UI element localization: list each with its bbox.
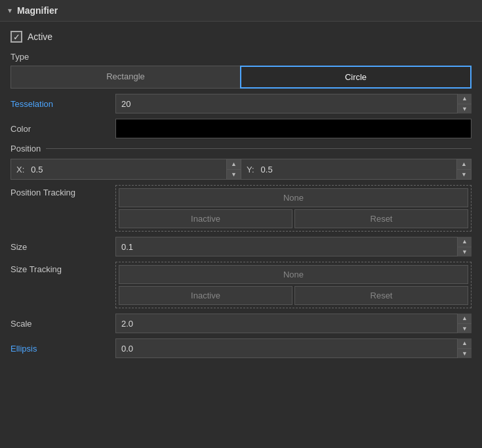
tesselation-label: Tesselation [10,99,115,109]
position-tracking-inactive-button[interactable]: Inactive [119,209,292,228]
size-tracking-label: Size Tracking [10,262,115,274]
position-tracking-bottom-row: Inactive Reset [119,209,468,228]
size-input-wrap: ▲ ▼ [115,237,472,256]
position-label: Position [10,144,41,153]
ellipsis-spinner: ▲ ▼ [457,338,472,358]
type-rectangle-button[interactable]: Rectangle [10,66,240,89]
tesselation-row: Tesselation ▲ ▼ [10,94,472,113]
color-label: Color [10,124,115,134]
x-label: X: [11,159,28,179]
scale-row: Scale ▲ ▼ [10,314,472,333]
size-tracking-controls: None Inactive Reset [115,262,472,308]
color-input[interactable] [115,119,472,138]
scale-label: Scale [10,319,115,329]
scale-down-button[interactable]: ▼ [457,324,472,334]
color-row: Color [10,119,472,138]
ellipsis-down-button[interactable]: ▼ [457,349,472,359]
y-spinner: ▲ ▼ [456,159,471,179]
tesselation-spinner: ▲ ▼ [457,94,472,113]
type-section: Type Rectangle Circle [10,52,472,89]
active-row: ✓ Active [10,31,472,43]
y-field: Y: ▲ ▼ [241,159,472,180]
position-tracking-controls: None Inactive Reset [115,185,472,232]
panel-title: Magnifier [17,5,58,16]
active-label: Active [28,31,52,42]
y-down-button[interactable]: ▼ [457,170,471,180]
tesselation-input-wrap: ▲ ▼ [115,94,472,113]
size-tracking-block: Size Tracking None Inactive Reset [10,262,472,308]
ellipsis-up-button[interactable]: ▲ [457,338,472,349]
size-down-button[interactable]: ▼ [457,247,472,257]
position-tracking-label: Position Tracking [10,185,115,197]
scale-input-wrap: ▲ ▼ [115,314,472,333]
y-label: Y: [241,159,258,179]
size-input[interactable] [115,237,472,256]
size-tracking-inactive-button[interactable]: Inactive [119,286,292,305]
color-input-wrap [115,119,472,138]
x-input[interactable] [28,159,226,179]
tesselation-input[interactable] [115,94,472,113]
size-label: Size [10,242,115,252]
magnifier-panel: ▾ Magnifier ✓ Active Type Rectangle Circ… [0,0,482,374]
position-divider: Position [10,144,472,153]
x-up-button[interactable]: ▲ [227,159,241,170]
check-icon: ✓ [13,33,20,41]
tesselation-down-button[interactable]: ▼ [457,104,472,114]
ellipsis-row: Ellipsis ▲ ▼ [10,338,472,358]
x-down-button[interactable]: ▼ [227,170,241,180]
size-tracking-none-button[interactable]: None [119,265,468,284]
scale-input[interactable] [115,314,472,333]
type-buttons: Rectangle Circle [10,66,472,89]
size-up-button[interactable]: ▲ [457,237,472,247]
ellipsis-label: Ellipsis [10,344,115,354]
size-spinner: ▲ ▼ [457,237,472,256]
x-field: X: ▲ ▼ [10,159,241,180]
position-tracking-block: Position Tracking None Inactive Reset [10,185,472,232]
position-tracking-reset-button[interactable]: Reset [294,209,468,228]
type-circle-button[interactable]: Circle [240,66,472,89]
scale-spinner: ▲ ▼ [457,314,472,333]
ellipsis-input-wrap: ▲ ▼ [115,338,472,358]
type-label: Type [10,52,472,62]
tesselation-up-button[interactable]: ▲ [457,94,472,104]
size-tracking-reset-button[interactable]: Reset [294,286,468,305]
position-xy-row: X: ▲ ▼ Y: ▲ ▼ [10,159,472,180]
position-divider-line [46,148,472,149]
position-tracking-none-button[interactable]: None [119,188,468,207]
panel-header: ▾ Magnifier [0,0,482,22]
active-checkbox[interactable]: ✓ [10,31,22,43]
y-up-button[interactable]: ▲ [457,159,471,170]
collapse-icon[interactable]: ▾ [8,6,12,15]
size-tracking-bottom-row: Inactive Reset [119,286,468,305]
scale-up-button[interactable]: ▲ [457,314,472,324]
ellipsis-input[interactable] [115,338,472,358]
y-input[interactable] [258,159,456,179]
panel-body: ✓ Active Type Rectangle Circle Tesselati… [0,22,482,374]
x-spinner: ▲ ▼ [226,159,241,179]
size-row: Size ▲ ▼ [10,237,472,256]
